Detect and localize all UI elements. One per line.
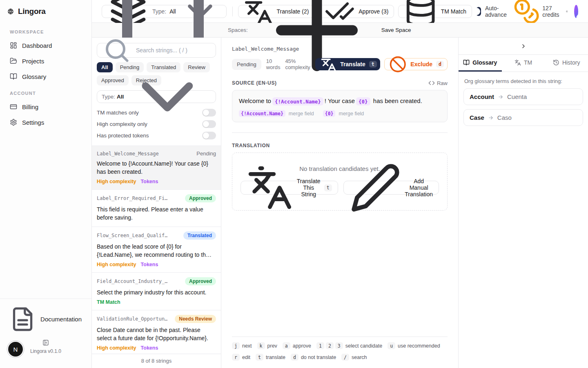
sidebar-item-dashboard[interactable]: Dashboard bbox=[0, 38, 91, 53]
shortcut-hint: uuse recommended bbox=[388, 342, 440, 349]
tab-tm[interactable]: TM bbox=[502, 55, 545, 72]
toggle-switch[interactable] bbox=[202, 120, 216, 128]
string-list-item[interactable]: Flow_Screen_Lead_Qualif…TranslatedBased … bbox=[92, 227, 221, 273]
source-token: {!Account.Name} bbox=[272, 97, 323, 105]
sidebar-footer: Documentation N Lingora v0.1.0 bbox=[0, 298, 91, 368]
dashboard-icon bbox=[10, 42, 17, 49]
string-tags: High complexityTokens bbox=[97, 345, 216, 351]
add-manual-translation-button[interactable]: Add Manual Translation bbox=[343, 181, 439, 195]
sidebar: Lingora WORKSPACEDashboardProjectsGlossa… bbox=[0, 0, 92, 368]
tab-history[interactable]: History bbox=[545, 55, 588, 72]
kbd-t: t bbox=[256, 354, 263, 361]
toggle-label: TM matches only bbox=[97, 110, 139, 116]
sidebar-item-settings[interactable]: Settings bbox=[0, 114, 91, 130]
legend-desc: merge field bbox=[289, 111, 314, 117]
toggle-label: Has protected tokens bbox=[97, 132, 149, 139]
kbd-u: u bbox=[388, 342, 395, 349]
string-preview-text: Based on the lead score of {0} for {!Lea… bbox=[97, 242, 216, 259]
raw-toggle-button[interactable]: Raw bbox=[428, 80, 448, 86]
translate-string-button[interactable]: Translate t bbox=[315, 58, 380, 70]
collapse-panel-button[interactable] bbox=[459, 38, 588, 55]
shortcut-hint: ttranslate bbox=[256, 354, 285, 361]
source-section-label: SOURCE (EN-US) bbox=[232, 80, 277, 86]
shortcut-hint: /search bbox=[341, 354, 367, 361]
glossary-term-list: AccountCuentaCaseCaso bbox=[463, 88, 583, 126]
status-badge: Approved bbox=[185, 277, 216, 285]
string-list-item[interactable]: Label_Welcome_MessagePendingWelcome to {… bbox=[92, 146, 221, 190]
keyboard-shortcuts-legend: jnextkprevaapprove123select candidateuus… bbox=[232, 337, 448, 361]
spaces-toolbar: Spaces: Save Space bbox=[92, 23, 588, 38]
source-text: Welcome to{!Account.Name}! Your case{0} … bbox=[239, 96, 441, 106]
term-target: Cuenta bbox=[507, 93, 527, 100]
glossary-term-card[interactable]: CaseCaso bbox=[463, 109, 583, 126]
toggle-knob bbox=[203, 132, 209, 139]
sidebar-item-label: Glossary bbox=[22, 73, 46, 80]
notifications-bell-icon[interactable] bbox=[566, 8, 568, 15]
term-target: Caso bbox=[497, 114, 512, 121]
string-tags: High complexityTokens bbox=[97, 179, 216, 184]
app-version: Lingora v0.1.0 bbox=[30, 348, 61, 354]
tag-high-complexity: High complexity bbox=[97, 262, 136, 267]
sidebar-item-label: Billing bbox=[22, 103, 38, 110]
kbd-d: d bbox=[436, 61, 444, 67]
sidebar-item-billing[interactable]: Billing bbox=[0, 99, 91, 114]
toggle-label: High complexity only bbox=[97, 121, 147, 127]
auto-advance-toggle[interactable] bbox=[476, 7, 481, 16]
app-logo: Lingora bbox=[0, 0, 91, 23]
app-name: Lingora bbox=[18, 7, 46, 16]
tab-glossary[interactable]: Glossary bbox=[459, 55, 502, 72]
glossary-term-card[interactable]: AccountCuenta bbox=[463, 88, 583, 105]
sidebar-item-projects[interactable]: Projects bbox=[0, 53, 91, 69]
type-filter-select[interactable]: Type:All bbox=[97, 90, 216, 103]
sidebar-item-label: Dashboard bbox=[22, 42, 52, 49]
translate-icon bbox=[247, 164, 293, 211]
raw-label: Raw bbox=[437, 80, 448, 86]
string-list-item[interactable]: Label_Error_Required_Fi…ApprovedThis fie… bbox=[92, 190, 221, 227]
shortcut-hint: 123select candidate bbox=[316, 342, 382, 349]
section-divider bbox=[232, 132, 448, 133]
toggle-knob bbox=[203, 121, 209, 127]
shortcut-keys: d bbox=[291, 354, 298, 361]
sidebar-bottom: N Lingora v0.1.0 bbox=[0, 339, 91, 364]
legend-desc: merge field bbox=[339, 111, 364, 117]
user-avatar[interactable] bbox=[574, 5, 578, 18]
sidebar-item-documentation[interactable]: Documentation bbox=[0, 302, 91, 336]
complexity-value: 45% complexity bbox=[285, 58, 310, 70]
translate-icon bbox=[321, 56, 337, 72]
string-key: Label_Error_Required_Fi… bbox=[97, 195, 167, 201]
toggle-knob bbox=[203, 110, 209, 116]
shortcut-hint: kprev bbox=[257, 342, 277, 349]
collapse-sidebar-icon[interactable] bbox=[42, 339, 49, 346]
source-text-segment: Welcome to bbox=[239, 97, 271, 104]
add-manual-label: Add Manual Translation bbox=[405, 178, 433, 197]
card-icon bbox=[10, 103, 17, 110]
tab-label: TM bbox=[524, 59, 532, 66]
sidebar-item-glossary[interactable]: Glossary bbox=[0, 69, 91, 84]
translate-this-string-button[interactable]: Translate This String t bbox=[241, 181, 338, 195]
shortcut-keys: j bbox=[232, 342, 240, 349]
gear-icon bbox=[10, 119, 17, 126]
string-editor: Label_Welcome_Message Pending 10 words 4… bbox=[221, 38, 458, 368]
kbd-t: t bbox=[369, 61, 377, 67]
list-item-header: ValidationRule_Opportun…Needs Review bbox=[97, 315, 216, 323]
tag-high-complexity: High complexity bbox=[97, 179, 136, 184]
string-key-title: Label_Welcome_Message bbox=[232, 46, 448, 52]
tag-tokens: Tokens bbox=[141, 262, 158, 267]
filter-chip-all[interactable]: All bbox=[97, 62, 113, 72]
history-icon bbox=[553, 59, 559, 66]
tag-high-complexity: High complexity bbox=[97, 345, 136, 351]
arrow-right-icon bbox=[498, 94, 503, 100]
kbd-2: 2 bbox=[326, 342, 334, 349]
app-root: Lingora WORKSPACEDashboardProjectsGlossa… bbox=[0, 0, 588, 368]
translation-section-label: TRANSLATION bbox=[232, 143, 448, 148]
list-item-header: Field_Account_Industry_…Approved bbox=[97, 277, 216, 285]
string-list-item[interactable]: Field_Account_Industry_…ApprovedSelect t… bbox=[92, 273, 221, 310]
legend-token: {0} bbox=[323, 110, 336, 117]
save-space-label: Save Space bbox=[381, 27, 411, 33]
toggle-switch[interactable] bbox=[202, 109, 216, 117]
toggle-switch[interactable] bbox=[202, 132, 216, 139]
string-list-item[interactable]: ValidationRule_Opportun…Needs ReviewClos… bbox=[92, 310, 221, 354]
legend-token: {!Account.Name} bbox=[239, 110, 285, 117]
token-legend: {!Account.Name}merge field{0}merge field bbox=[239, 110, 441, 117]
exclude-string-button[interactable]: Exclude d bbox=[384, 58, 448, 70]
